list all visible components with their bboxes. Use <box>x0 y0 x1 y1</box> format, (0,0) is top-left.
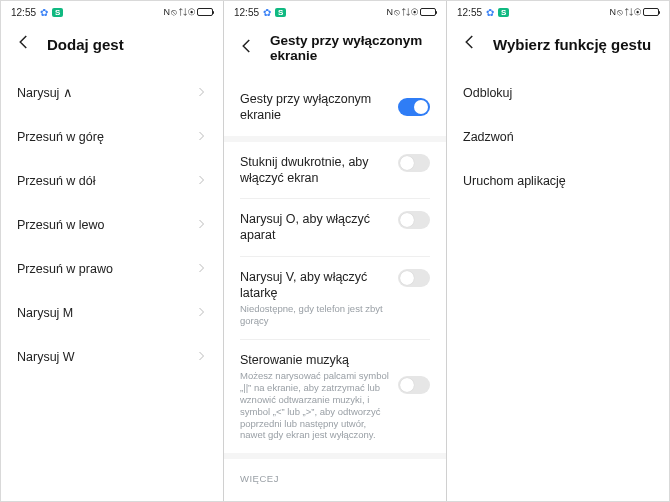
chevron-right-icon <box>195 128 207 146</box>
battery-icon <box>643 8 659 16</box>
function-list: Odblokuj Zadzwoń Uruchom aplikację <box>447 71 669 501</box>
list-item[interactable]: Przesuń w prawo <box>1 247 223 291</box>
header: Wybierz funkcję gestu <box>447 23 669 71</box>
chevron-right-icon <box>195 260 207 278</box>
list-item[interactable]: Odblokuj <box>447 71 669 115</box>
setting-row[interactable]: Sterowanie muzyką Możesz narysować palca… <box>224 340 446 454</box>
list-item[interactable]: Przesuń w górę <box>1 115 223 159</box>
screen-screen-off-gestures: 12:55 ✿ S N ⦸ ⇅ ⦿ Gesty przy wyłączonym … <box>224 1 446 501</box>
screen-add-gesture: 12:55 ✿ S N ⦸ ⇅ ⦿ Dodaj gest Narysuj ∧ P… <box>1 1 223 501</box>
list-item[interactable]: Przesuń w lewo <box>1 203 223 247</box>
header: Dodaj gest <box>1 23 223 71</box>
setting-row[interactable]: Narysuj V, aby włączyć latarkę Niedostęp… <box>224 257 446 339</box>
chevron-right-icon <box>195 172 207 190</box>
chevron-right-icon <box>195 304 207 322</box>
gear-icon: ✿ <box>486 7 494 18</box>
gesture-list: Narysuj ∧ Przesuń w górę Przesuń w dół P… <box>1 71 223 501</box>
toggle-switch[interactable] <box>398 211 430 229</box>
status-badge: S <box>275 8 286 17</box>
status-time: 12:55 <box>457 7 482 18</box>
toggle-switch[interactable] <box>398 269 430 287</box>
back-icon[interactable] <box>238 37 256 59</box>
status-time: 12:55 <box>11 7 36 18</box>
page-title: Dodaj gest <box>47 36 124 53</box>
status-right-icons: N ⦸ ⇅ ⦿ <box>163 7 213 18</box>
chevron-right-icon <box>195 84 207 102</box>
status-bar: 12:55 ✿ S N ⦸ ⇅ ⦿ <box>447 1 669 23</box>
list-item[interactable]: Narysuj ∧ <box>1 71 223 115</box>
list-item[interactable]: Zadzwoń <box>447 115 669 159</box>
setting-row[interactable]: Stuknij dwukrotnie, aby włączyć ekran <box>224 142 446 199</box>
status-right-icons: N ⦸ ⇅ ⦿ <box>386 7 436 18</box>
list-item[interactable]: Narysuj W <box>1 335 223 379</box>
status-right-icons: N ⦸ ⇅ ⦿ <box>609 7 659 18</box>
toggle-switch[interactable] <box>398 376 430 394</box>
chevron-right-icon <box>195 348 207 366</box>
setting-row[interactable]: Narysuj O, aby włączyć aparat <box>224 199 446 256</box>
section-label: WIĘCEJ <box>224 459 446 488</box>
list-item[interactable]: Przesuń w dół <box>1 159 223 203</box>
battery-icon <box>197 8 213 16</box>
gear-icon: ✿ <box>40 7 48 18</box>
add-gesture-row[interactable]: Dodaj gest <box>224 488 446 501</box>
screen-choose-function: 12:55 ✿ S N ⦸ ⇅ ⦿ Wybierz funkcję gestu … <box>447 1 669 501</box>
status-bar: 12:55 ✿ S N ⦸ ⇅ ⦿ <box>224 1 446 23</box>
battery-icon <box>420 8 436 16</box>
toggle-switch[interactable] <box>398 98 430 116</box>
header: Gesty przy wyłączonym ekranie <box>224 23 446 79</box>
chevron-right-icon <box>195 216 207 234</box>
status-badge: S <box>498 8 509 17</box>
status-bar: 12:55 ✿ S N ⦸ ⇅ ⦿ <box>1 1 223 23</box>
status-badge: S <box>52 8 63 17</box>
gear-icon: ✿ <box>263 7 271 18</box>
list-item[interactable]: Narysuj M <box>1 291 223 335</box>
master-toggle-row[interactable]: Gesty przy wyłączonym ekranie <box>224 79 446 136</box>
back-icon[interactable] <box>461 33 479 55</box>
page-title: Gesty przy wyłączonym ekranie <box>270 33 432 63</box>
toggle-switch[interactable] <box>398 154 430 172</box>
page-title: Wybierz funkcję gestu <box>493 36 651 53</box>
status-time: 12:55 <box>234 7 259 18</box>
list-item[interactable]: Uruchom aplikację <box>447 159 669 203</box>
back-icon[interactable] <box>15 33 33 55</box>
